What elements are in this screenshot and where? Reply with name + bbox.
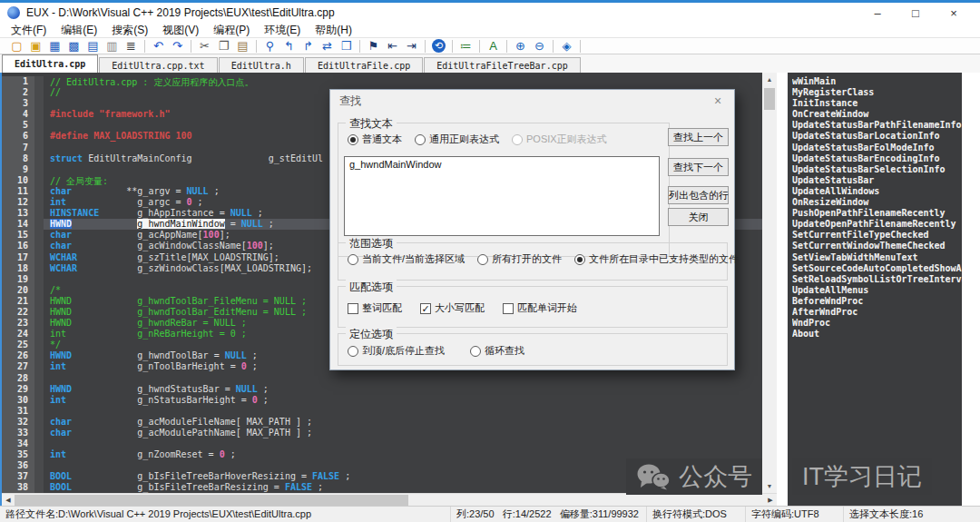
find-prev-icon[interactable]: ↰ [279, 38, 299, 54]
copy-icon[interactable]: ❐ [214, 38, 233, 54]
line-number: 35 [2, 449, 34, 460]
symbol-item[interactable]: InitInstance [792, 98, 962, 109]
next-bookmark-icon[interactable]: ⇥ [402, 38, 421, 54]
tab-editultra-h[interactable]: EditUltra.h [219, 57, 304, 73]
close-button[interactable]: × [935, 3, 973, 23]
menu-edit[interactable]: 编辑(E) [54, 23, 104, 38]
symbol-item[interactable]: SetViewTabWidthMenuText [792, 252, 962, 263]
symbol-item[interactable]: UpdateAllWindows [792, 186, 962, 197]
save-as-icon[interactable]: ▩ [64, 38, 83, 54]
radio-plain-text[interactable]: 普通文本 [348, 133, 402, 146]
undo-icon[interactable]: ↶ [149, 38, 168, 54]
tab-editultra-cpp-txt[interactable]: EditUltra.cpp.txt [99, 57, 217, 73]
line-number: 38 [2, 482, 34, 493]
symbol-item[interactable]: UpdateStatusBar [792, 175, 962, 186]
close-button[interactable]: 关闭 [668, 208, 729, 226]
radio-wrap-search[interactable]: 循环查找 [470, 344, 524, 358]
save-icon[interactable]: ▦ [45, 38, 64, 54]
menu-file[interactable]: 文件(F) [4, 23, 54, 38]
about-icon[interactable]: ◈ [557, 38, 576, 54]
toolbar-separator [425, 40, 426, 53]
symbol-item[interactable]: OnResizeWindow [792, 197, 962, 208]
symbol-item[interactable]: About [792, 329, 962, 340]
task-list-icon[interactable]: ≔ [456, 38, 475, 54]
vertical-scroll-thumb[interactable] [764, 88, 775, 110]
radio-generic-regex[interactable]: 通用正则表达式 [415, 133, 499, 146]
find-next-button[interactable]: 查找下一个 [668, 158, 729, 176]
new-file-icon[interactable]: ▢ [7, 38, 26, 54]
symbol-item[interactable]: OnCreateWindow [792, 109, 962, 120]
maximize-button[interactable]: □ [897, 3, 935, 23]
save-all-icon[interactable]: ▤ [83, 38, 103, 54]
prev-bookmark-icon[interactable]: ⇤ [383, 38, 402, 54]
close-icon[interactable]: × [710, 94, 725, 108]
fold-margin [34, 329, 44, 340]
fold-margin [34, 361, 44, 372]
find-dialog-title-bar[interactable]: 查找 × [330, 90, 734, 112]
menu-environment[interactable]: 环境(E) [257, 23, 308, 38]
line-number: 11 [2, 186, 34, 197]
scroll-left-arrow[interactable]: ◀ [2, 494, 15, 506]
wechat-icon [636, 463, 671, 490]
symbol-item[interactable]: AfterWndProc [792, 307, 962, 318]
menu-program[interactable]: 编程(P) [206, 23, 257, 38]
radio-stop-at-end[interactable]: 到顶/底后停止查找 [348, 344, 445, 358]
symbol-item[interactable]: WndProc [792, 318, 962, 329]
zoom-in-icon[interactable]: ⊕ [511, 38, 530, 54]
cut-icon[interactable]: ✂ [195, 38, 214, 54]
symbol-item[interactable]: MyRegisterClass [792, 87, 962, 98]
tab-editultra-cpp[interactable]: EditUltra.cpp [2, 54, 98, 73]
radio-all-open-files[interactable]: 所有打开的文件 [477, 252, 562, 266]
find-next-icon[interactable]: ↱ [299, 38, 318, 54]
nav-back-icon[interactable]: ⟲ [432, 39, 446, 53]
horizontal-scroll-thumb[interactable] [15, 495, 408, 506]
paste-icon[interactable]: ▤ [233, 38, 252, 54]
symbol-item[interactable]: SetCurrentFileTypeChecked [792, 230, 962, 241]
radio-current-file[interactable]: 当前文件/当前选择区域 [348, 252, 465, 266]
fold-margin [34, 296, 44, 307]
find-in-files-icon[interactable]: ❒ [337, 38, 356, 54]
symbol-item[interactable]: UpdateAllMenus [792, 285, 962, 296]
find-icon[interactable]: ⚲ [260, 38, 279, 54]
find-prev-button[interactable]: 查找上一个 [668, 128, 729, 146]
menu-search[interactable]: 搜索(S) [104, 23, 155, 38]
scroll-up-arrow[interactable]: ▲ [762, 73, 777, 86]
symbol-item[interactable]: UpdateStatusBarEolModeInfo [792, 143, 962, 153]
list-lines-button[interactable]: 列出包含的行 [668, 186, 729, 204]
scroll-right-arrow[interactable]: ▶ [764, 494, 777, 506]
symbol-item[interactable]: SetCurrentWindowThemeChecked [792, 241, 962, 251]
tab-editultrafile-cpp[interactable]: EditUltraFile.cpp [305, 57, 423, 73]
open-file-icon[interactable]: ▣ [26, 38, 45, 54]
zoom-out-icon[interactable]: ⊖ [530, 38, 549, 54]
replace-icon[interactable]: ⇄ [318, 38, 337, 54]
minimize-button[interactable]: – [858, 3, 897, 23]
symbol-item[interactable]: SetReloadSymbolListOrTreeInterva [792, 274, 962, 285]
symbol-item[interactable]: UpdateStatusBarLocationInfo [792, 131, 962, 142]
symbol-item[interactable]: wWinMain [792, 76, 962, 87]
menu-help[interactable]: 帮助(H) [308, 23, 359, 38]
symbol-item[interactable]: BeforeWndProc [792, 296, 962, 307]
bookmark-icon[interactable]: ⚑ [364, 38, 383, 54]
symbol-item[interactable]: UpdateStatusBarSelectionInfo [792, 164, 962, 175]
close-file-icon[interactable]: ▥ [103, 38, 122, 54]
line-number: 19 [2, 274, 34, 285]
syntax-color-icon[interactable]: A [484, 38, 503, 54]
symbol-item[interactable]: PushOpenPathFilenameRecently [792, 208, 962, 219]
redo-icon[interactable]: ↷ [168, 38, 187, 54]
outline-icon[interactable]: ≣ [122, 38, 141, 54]
check-match-case[interactable]: ✓大小写匹配 [420, 301, 485, 315]
symbol-item[interactable]: SetSourceCodeAutoCompletedShowAf [792, 263, 962, 274]
symbol-item[interactable]: UpdateOpenPathFilenameRecently [792, 219, 962, 230]
editor-horizontal-scrollbar[interactable]: ◀ ▶ [2, 493, 777, 506]
find-text-input[interactable]: g_hwndMainWindow [344, 156, 660, 236]
check-whole-word[interactable]: 整词匹配 [348, 301, 402, 315]
line-number: 16 [2, 241, 34, 251]
menu-view[interactable]: 视图(V) [155, 23, 206, 38]
fold-margin [34, 98, 44, 109]
radio-directory-files[interactable]: 文件所在目录中已支持类型的文件 [574, 252, 739, 266]
editor-vertical-scrollbar[interactable]: ▲ ▼ [762, 73, 777, 493]
symbol-item[interactable]: UpdateStatusBarEncodingInfo [792, 153, 962, 164]
tab-editultrafiletreebar-cpp[interactable]: EditUltraFileTreeBar.cpp [424, 57, 581, 73]
symbol-item[interactable]: UpdateStatusBarPathFilenameInfo [792, 120, 962, 131]
check-word-start[interactable]: 匹配单词开始 [503, 301, 577, 315]
